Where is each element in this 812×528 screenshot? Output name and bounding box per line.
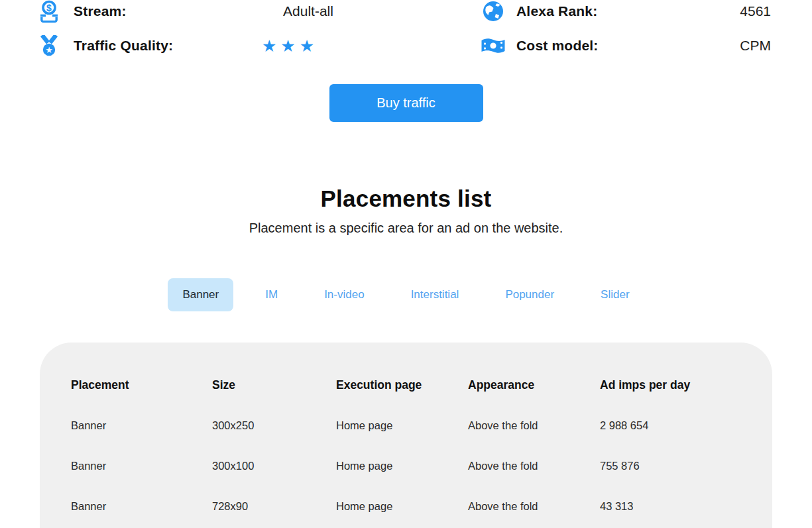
stat-stream: $ Stream: Adult-all — [36, 0, 429, 28]
page: $ Stream: Adult-all ★ — [0, 0, 812, 528]
placements-subtitle: Placement is a specific area for an ad o… — [0, 221, 812, 236]
table-cell: Above the fold — [468, 405, 600, 446]
placements-table: PlacementSizeExecution pageAppearanceAd … — [71, 357, 741, 527]
placement-tabs: BannerIMIn-videoInterstitialPopunderSlid… — [0, 278, 812, 311]
table-cell: Banner — [71, 486, 212, 527]
stream-value: Adult-all — [188, 3, 429, 19]
medal-icon: ★ — [36, 35, 62, 57]
alexa-rank-label: Alexa Rank: — [516, 3, 597, 19]
deposit-icon: $ — [36, 0, 62, 23]
alexa-rank-value: 4561 — [597, 3, 771, 19]
column-header: Size — [212, 357, 336, 405]
traffic-quality-stars: ★★★ — [188, 38, 429, 54]
stats-column-left: $ Stream: Adult-all ★ — [36, 0, 429, 63]
table-cell: 755 876 — [600, 446, 741, 486]
placements-section: Placements list Placement is a specific … — [0, 185, 812, 528]
tab-banner[interactable]: Banner — [168, 278, 233, 311]
stats-section: $ Stream: Adult-all ★ — [0, 0, 812, 63]
table-cell: Banner — [71, 446, 212, 486]
table-cell: 728x90 — [212, 486, 336, 527]
banknote-icon — [481, 36, 506, 55]
stream-label: Stream: — [74, 3, 188, 19]
stat-cost-model: Cost model: CPM — [481, 28, 771, 63]
cost-model-value: CPM — [599, 38, 771, 54]
table-cell: Banner — [71, 405, 212, 446]
table-cell: Above the fold — [468, 486, 600, 527]
svg-text:★: ★ — [45, 45, 53, 55]
placements-title: Placements list — [0, 185, 812, 212]
svg-text:$: $ — [46, 2, 52, 13]
buy-traffic-button[interactable]: Buy traffic — [329, 84, 483, 122]
table-cell: Home page — [336, 446, 468, 486]
table-cell: 300x100 — [212, 446, 336, 486]
table-cell: Home page — [336, 486, 468, 527]
column-header: Appearance — [468, 357, 600, 405]
traffic-quality-label: Traffic Quality: — [74, 38, 188, 54]
table-cell: Above the fold — [468, 446, 600, 486]
tab-slider[interactable]: Slider — [586, 278, 644, 311]
tab-popunder[interactable]: Popunder — [491, 278, 569, 311]
placements-table-card: PlacementSizeExecution pageAppearanceAd … — [40, 343, 772, 528]
table-cell: Home page — [336, 405, 468, 446]
globe-icon — [481, 1, 506, 22]
cost-model-label: Cost model: — [516, 38, 599, 54]
table-row: Banner300x250Home pageAbove the fold2 98… — [71, 405, 741, 446]
stat-alexa-rank: Alexa Rank: 4561 — [481, 0, 771, 28]
table-cell: 43 313 — [600, 486, 741, 527]
table-cell: 2 988 654 — [600, 405, 741, 446]
table-row: Banner728x90Home pageAbove the fold43 31… — [71, 486, 741, 527]
tab-im[interactable]: IM — [251, 278, 292, 311]
column-header: Execution page — [336, 357, 468, 405]
column-header: Placement — [71, 357, 212, 405]
stat-traffic-quality: ★ Traffic Quality: ★★★ — [36, 28, 429, 63]
table-header-row: PlacementSizeExecution pageAppearanceAd … — [71, 357, 741, 405]
column-header: Ad imps per day — [600, 357, 741, 405]
tab-interstitial[interactable]: Interstitial — [396, 278, 474, 311]
stats-column-right: Alexa Rank: 4561 Cost model: CPM — [481, 0, 771, 63]
tab-in-video[interactable]: In-video — [310, 278, 378, 311]
table-row: Banner300x100Home pageAbove the fold755 … — [71, 446, 741, 486]
table-cell: 300x250 — [212, 405, 336, 446]
buy-button-row: Buy traffic — [0, 84, 812, 122]
